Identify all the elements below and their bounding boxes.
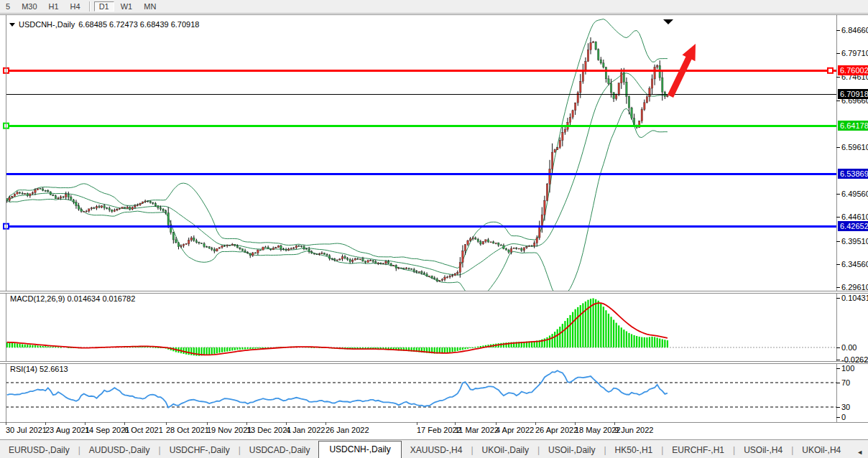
candle xyxy=(24,193,26,194)
timeframe-button-mn[interactable]: MN xyxy=(139,1,161,11)
chart-tab-usdcnh-daily[interactable]: USDCNH-,Daily xyxy=(318,441,401,458)
candle xyxy=(492,242,494,243)
chart-tab-usoil-daily[interactable]: USOil-,Daily xyxy=(540,442,604,458)
timeframe-button-5[interactable]: 5 xyxy=(1,1,15,11)
candle xyxy=(93,208,95,209)
price-tick xyxy=(836,30,840,31)
chart-tab-ukoil-daily[interactable]: UKOil-,Daily xyxy=(474,442,537,458)
horizontal-line-6.42652[interactable] xyxy=(6,225,836,228)
candle xyxy=(262,247,264,250)
candle xyxy=(162,209,164,210)
timeframe-button-w1[interactable]: W1 xyxy=(116,1,138,11)
candle xyxy=(526,247,527,248)
chart-tab-hk50-h1[interactable]: HK50-,H1 xyxy=(606,442,662,458)
chart-tab-usdcad-daily[interactable]: USDCAD-,Daily xyxy=(241,442,319,458)
candle xyxy=(9,197,10,200)
candle xyxy=(444,277,445,279)
plot-top-border xyxy=(0,14,868,15)
candle xyxy=(651,79,652,88)
timeframe-button-d1[interactable]: D1 xyxy=(94,1,114,11)
candle xyxy=(300,246,302,247)
candle xyxy=(106,208,108,209)
candle xyxy=(487,240,489,242)
candle xyxy=(96,207,97,208)
tab-scroll-left-icon[interactable]: ◄ xyxy=(857,449,863,456)
candle xyxy=(410,268,412,269)
candle xyxy=(439,281,440,281)
candle xyxy=(600,60,601,63)
date-tick xyxy=(455,422,456,425)
candle xyxy=(252,253,254,256)
bollinger-lower-line xyxy=(7,108,668,298)
candle xyxy=(121,207,123,209)
candle xyxy=(523,248,525,251)
candle xyxy=(359,259,361,260)
candle xyxy=(295,246,297,248)
timeframe-button-h4[interactable]: H4 xyxy=(65,1,86,11)
candle xyxy=(500,245,502,246)
candle xyxy=(328,256,330,258)
price-tick-label: 6.34560 xyxy=(841,259,868,269)
candle xyxy=(154,203,156,206)
chart-tab-xauusd-h4[interactable]: XAUUSD-,H4 xyxy=(402,442,471,458)
chart-tab-ukoil-h4[interactable]: UKOil-,H4 xyxy=(793,442,849,458)
candle xyxy=(305,249,307,250)
candle xyxy=(659,65,660,78)
timeframe-button-m30[interactable]: M30 xyxy=(17,1,42,11)
candle xyxy=(116,209,118,210)
date-label: 26 Apr 2022 xyxy=(535,426,578,434)
price-tick xyxy=(836,147,840,148)
rsi-line xyxy=(7,370,668,407)
candle xyxy=(65,195,67,197)
candle xyxy=(160,207,161,209)
candle xyxy=(528,246,530,246)
chart-tab-usdchf-daily[interactable]: USDCHF-,Daily xyxy=(161,442,239,458)
candle xyxy=(98,207,100,207)
candle xyxy=(129,207,131,210)
price-tick-label: 6.39510 xyxy=(841,236,868,246)
timeframe-button-h1[interactable]: H1 xyxy=(44,1,64,11)
candle xyxy=(29,194,31,196)
candle xyxy=(521,248,522,251)
candle xyxy=(367,261,369,263)
horizontal-line-6.76002[interactable] xyxy=(6,70,836,72)
candle xyxy=(423,273,425,274)
candle xyxy=(349,260,351,262)
date-label: 23 Aug 2021 xyxy=(45,426,90,434)
horizontal-line-6.64178[interactable] xyxy=(6,125,836,127)
chart-tab-eurusd-daily[interactable]: EURUSD-,Daily xyxy=(0,442,78,458)
candle xyxy=(390,263,392,266)
chart-area[interactable]: USDCNH-,Daily 6.68485 6.72473 6.68439 6.… xyxy=(0,14,868,439)
candle xyxy=(313,253,315,254)
candle xyxy=(321,253,323,253)
candle xyxy=(559,140,560,147)
candle xyxy=(564,129,565,132)
candle xyxy=(175,240,177,243)
candle xyxy=(364,261,366,263)
candle xyxy=(441,279,443,280)
chart-tab-usoil-h4[interactable]: USOil-,H4 xyxy=(735,442,791,458)
candle xyxy=(190,238,192,240)
candle xyxy=(70,197,72,200)
candle xyxy=(142,202,143,203)
candle xyxy=(244,251,246,252)
candle xyxy=(431,276,433,278)
candle xyxy=(539,226,540,238)
horizontal-line-6.53869[interactable] xyxy=(6,173,836,175)
candle xyxy=(239,248,241,249)
candle xyxy=(610,83,611,93)
candle xyxy=(316,254,318,255)
chart-tab-eurchf-h1[interactable]: EURCHF-,H1 xyxy=(663,442,733,458)
candle xyxy=(357,259,359,260)
candle xyxy=(608,79,609,83)
candle xyxy=(533,243,535,246)
candle xyxy=(241,249,243,251)
candle xyxy=(336,260,338,261)
horizontal-line-6.70918[interactable] xyxy=(6,94,836,95)
date-label: 28 Oct 2021 xyxy=(166,426,209,434)
chart-tab-audusd-daily[interactable]: AUDUSD-,Daily xyxy=(80,442,159,458)
rsi-tick xyxy=(836,383,840,383)
price-tick-label: 6.49560 xyxy=(841,189,868,199)
candle xyxy=(398,268,400,268)
candle xyxy=(50,192,51,195)
